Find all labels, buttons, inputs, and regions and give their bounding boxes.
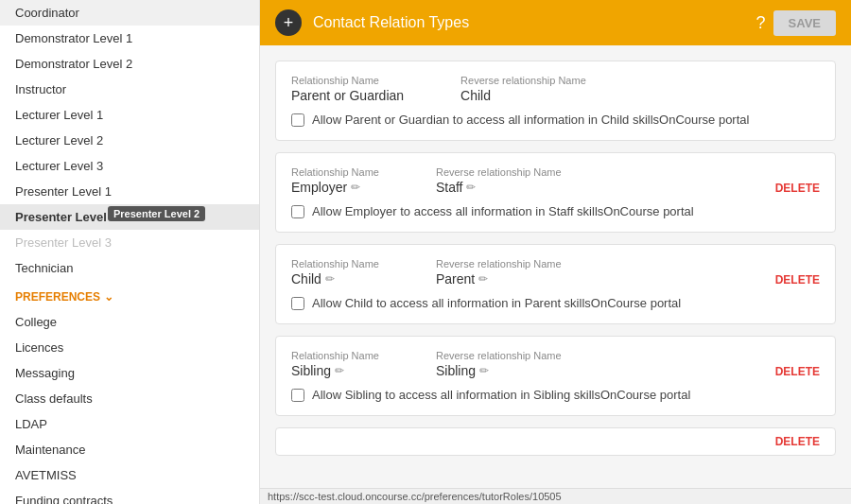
card-3-checkbox[interactable] bbox=[291, 297, 304, 310]
card-3-fields: Relationship Name Child ✏ Reverse relati… bbox=[291, 258, 760, 287]
header-left: + Contact Relation Types bbox=[275, 9, 469, 36]
card-2-checkbox-label: Allow Employer to access all information… bbox=[312, 204, 694, 218]
card-2-edit-rev-icon[interactable]: ✏ bbox=[466, 181, 476, 194]
sidebar-item-class-defaults[interactable]: Class defaults bbox=[0, 386, 259, 411]
card-2-edit-rel-icon[interactable]: ✏ bbox=[351, 181, 360, 194]
card-1-rel-label: Relationship Name bbox=[291, 75, 404, 86]
help-button[interactable]: ? bbox=[756, 13, 766, 33]
card-1-rel-group: Relationship Name Parent or Guardian bbox=[291, 75, 404, 103]
sidebar-item-messaging[interactable]: Messaging bbox=[0, 360, 259, 386]
card-3-edit-rel-icon[interactable]: ✏ bbox=[325, 272, 335, 286]
card-3-fields-row: Relationship Name Child ✏ Reverse relati… bbox=[291, 258, 820, 287]
card-4-rev-label: Reverse relationship Name bbox=[436, 350, 562, 361]
save-button[interactable]: SAVE bbox=[773, 10, 836, 36]
sidebar-item-lecturer3[interactable]: Lecturer Level 3 bbox=[0, 153, 259, 179]
card-4-fields: Relationship Name Sibling ✏ Reverse rela… bbox=[291, 350, 760, 378]
sidebar-item-college[interactable]: College bbox=[0, 309, 259, 335]
content-area: Relationship Name Parent or Guardian Rev… bbox=[260, 45, 851, 488]
page-header: + Contact Relation Types ? SAVE bbox=[260, 0, 851, 45]
card-4-rel-group: Relationship Name Sibling ✏ bbox=[291, 350, 379, 378]
preferences-section-header[interactable]: PREFERENCES ⌄ bbox=[0, 281, 259, 309]
tooltip-presenter2: Presenter Level 2 bbox=[108, 206, 205, 221]
sidebar-item-lecturer1[interactable]: Lecturer Level 1 bbox=[0, 102, 259, 128]
card-2-rev-label: Reverse relationship Name bbox=[436, 166, 562, 178]
relation-card-1: Relationship Name Parent or Guardian Rev… bbox=[275, 61, 836, 141]
main-panel: + Contact Relation Types ? SAVE Relation… bbox=[260, 0, 851, 504]
card-2-fields: Relationship Name Employer ✏ Reverse rel… bbox=[291, 166, 760, 195]
status-url: https://scc-test.cloud.oncourse.cc/prefe… bbox=[268, 491, 562, 502]
sidebar-item-label: Presenter Level 2 bbox=[15, 210, 117, 224]
card-1-rev-value: Child bbox=[460, 88, 586, 103]
card-2-rel-label: Relationship Name bbox=[291, 166, 379, 178]
header-right: ? SAVE bbox=[756, 10, 836, 36]
card-2-rev-group: Reverse relationship Name Staff ✏ bbox=[436, 166, 562, 195]
relation-card-4: Relationship Name Sibling ✏ Reverse rela… bbox=[275, 336, 836, 416]
card-4-rel-label: Relationship Name bbox=[291, 350, 379, 361]
card-4-checkbox-row: Allow Sibling to access all information … bbox=[291, 388, 820, 402]
card-1-checkbox-row: Allow Parent or Guardian to access all i… bbox=[291, 113, 820, 127]
card-5-delete-button[interactable]: DELETE bbox=[775, 435, 820, 448]
relation-card-2: Relationship Name Employer ✏ Reverse rel… bbox=[275, 152, 836, 233]
sidebar-item-presenter1[interactable]: Presenter Level 1 bbox=[0, 179, 259, 204]
preferences-label: PREFERENCES bbox=[15, 290, 100, 304]
card-2-checkbox-row: Allow Employer to access all information… bbox=[291, 204, 820, 218]
card-4-edit-rev-icon[interactable]: ✏ bbox=[479, 364, 489, 377]
card-1-rev-group: Reverse relationship Name Child bbox=[460, 75, 586, 103]
sidebar-item-presenter3[interactable]: Presenter Level 3 bbox=[0, 230, 259, 255]
card-3-edit-rev-icon[interactable]: ✏ bbox=[478, 272, 488, 286]
sidebar-item-demonstrator2[interactable]: Demonstrator Level 2 bbox=[0, 51, 259, 77]
card-4-rev-group: Reverse relationship Name Sibling ✏ bbox=[436, 350, 562, 378]
card-2-rev-value: Staff ✏ bbox=[436, 180, 562, 195]
card-3-rel-group: Relationship Name Child ✏ bbox=[291, 258, 379, 287]
card-4-checkbox-label: Allow Sibling to access all information … bbox=[312, 388, 690, 402]
add-button[interactable]: + bbox=[275, 9, 302, 36]
sidebar-item-ldap[interactable]: LDAP bbox=[0, 411, 259, 437]
card-1-fields: Relationship Name Parent or Guardian Rev… bbox=[291, 75, 820, 103]
sidebar-item-funding-contracts[interactable]: Funding contracts bbox=[0, 488, 259, 504]
card-2-checkbox[interactable] bbox=[291, 205, 304, 218]
relation-card-3: Relationship Name Child ✏ Reverse relati… bbox=[275, 244, 836, 324]
card-4-checkbox[interactable] bbox=[291, 389, 304, 402]
card-3-rev-label: Reverse relationship Name bbox=[436, 258, 562, 269]
sidebar-item-instructor[interactable]: Instructor bbox=[0, 77, 259, 102]
page-title: Contact Relation Types bbox=[313, 14, 469, 31]
card-3-rel-label: Relationship Name bbox=[291, 258, 379, 269]
card-2-delete-button[interactable]: DELETE bbox=[775, 166, 820, 195]
relation-card-5: DELETE bbox=[275, 427, 836, 456]
card-1-checkbox[interactable] bbox=[291, 113, 304, 127]
card-2-rel-value: Employer ✏ bbox=[291, 180, 379, 195]
sidebar: Coordinator Demonstrator Level 1 Demonst… bbox=[0, 0, 260, 504]
sidebar-item-maintenance[interactable]: Maintenance bbox=[0, 437, 259, 462]
card-3-rev-group: Reverse relationship Name Parent ✏ bbox=[436, 258, 562, 287]
sidebar-item-presenter2[interactable]: Presenter Level 2 Presenter Level 2 bbox=[0, 204, 259, 230]
sidebar-item-avetmiss[interactable]: AVETMISS bbox=[0, 462, 259, 488]
card-1-fields-row: Relationship Name Parent or Guardian Rev… bbox=[291, 75, 820, 103]
card-3-checkbox-label: Allow Child to access all information in… bbox=[312, 296, 681, 310]
card-3-rev-value: Parent ✏ bbox=[436, 271, 562, 287]
sidebar-item-coordinator[interactable]: Coordinator bbox=[0, 0, 259, 26]
card-2-rel-group: Relationship Name Employer ✏ bbox=[291, 166, 379, 195]
card-4-delete-button[interactable]: DELETE bbox=[775, 350, 820, 378]
sidebar-item-lecturer2[interactable]: Lecturer Level 2 bbox=[0, 128, 259, 153]
card-1-checkbox-label: Allow Parent or Guardian to access all i… bbox=[312, 113, 749, 127]
card-4-rev-value: Sibling ✏ bbox=[436, 363, 562, 378]
card-4-edit-rel-icon[interactable]: ✏ bbox=[335, 364, 344, 377]
status-bar: https://scc-test.cloud.oncourse.cc/prefe… bbox=[260, 488, 851, 504]
sidebar-item-demonstrator1[interactable]: Demonstrator Level 1 bbox=[0, 26, 259, 51]
card-4-fields-row: Relationship Name Sibling ✏ Reverse rela… bbox=[291, 350, 820, 378]
sidebar-item-technician[interactable]: Technician bbox=[0, 255, 259, 281]
sidebar-item-licences[interactable]: Licences bbox=[0, 335, 259, 360]
card-2-fields-row: Relationship Name Employer ✏ Reverse rel… bbox=[291, 166, 820, 195]
card-3-rel-value: Child ✏ bbox=[291, 271, 379, 287]
card-1-rel-value: Parent or Guardian bbox=[291, 88, 404, 103]
chevron-down-icon: ⌄ bbox=[104, 290, 113, 304]
card-4-rel-value: Sibling ✏ bbox=[291, 363, 379, 378]
card-3-delete-button[interactable]: DELETE bbox=[775, 258, 820, 287]
card-3-checkbox-row: Allow Child to access all information in… bbox=[291, 296, 820, 310]
card-1-rev-label: Reverse relationship Name bbox=[460, 75, 586, 86]
